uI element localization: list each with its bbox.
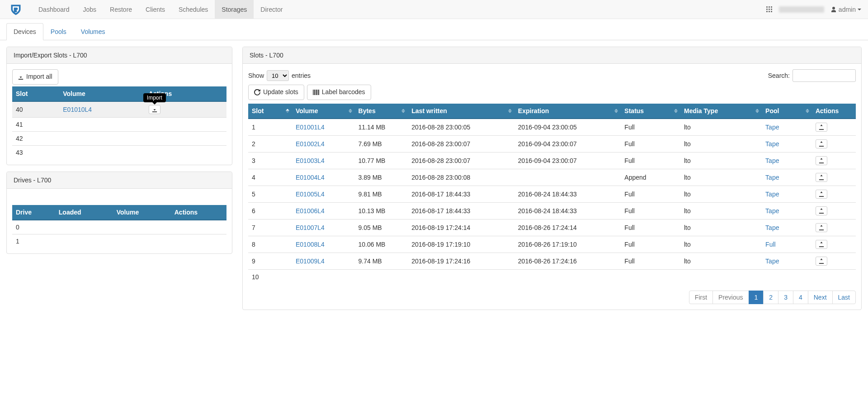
export-slot-button[interactable] [816, 257, 827, 266]
page-1[interactable]: 1 [749, 291, 764, 304]
search-input[interactable] [793, 69, 856, 82]
page-last[interactable]: Last [832, 291, 856, 304]
update-slots-button[interactable]: Update slots [248, 85, 304, 100]
cell-actions [145, 131, 226, 145]
pool-link[interactable]: Tape [765, 124, 779, 131]
export-slot-button[interactable] [816, 223, 827, 232]
table-row: 42 [12, 131, 226, 145]
col-last-written[interactable]: Last written [408, 104, 514, 119]
import-all-button[interactable]: Import all [12, 69, 58, 85]
volume-link[interactable]: E01010L4 [63, 106, 92, 113]
caret-down-icon [858, 8, 861, 11]
cell-status: Full [621, 186, 680, 202]
cell-media-type: lto [680, 152, 762, 169]
volume-link[interactable]: E01002L4 [296, 140, 325, 148]
tab-pools[interactable]: Pools [43, 23, 74, 40]
nav-item-clients[interactable]: Clients [139, 0, 172, 19]
tab-devices[interactable]: Devices [6, 23, 43, 40]
volume-link[interactable]: E01003L4 [296, 157, 325, 164]
cell-expiration: 2016-08-26 17:24:14 [514, 219, 621, 236]
page-2[interactable]: 2 [763, 291, 778, 304]
cell-bytes: 9.74 MB [355, 253, 408, 269]
tab-volumes[interactable]: Volumes [74, 23, 113, 40]
pool-link[interactable]: Tape [765, 174, 779, 181]
import-icon [152, 107, 157, 112]
cell-bytes: 10.06 MB [355, 236, 408, 253]
pool-link[interactable]: Tape [765, 157, 779, 164]
svg-rect-1 [769, 6, 770, 8]
cell-volume: E01007L4 [292, 219, 355, 236]
col-volume[interactable]: Volume [113, 205, 171, 220]
cell-bytes: 9.81 MB [355, 186, 408, 202]
page-length-select[interactable]: 10 [267, 70, 289, 81]
cell-volume [113, 234, 171, 248]
col-bytes[interactable]: Bytes [355, 104, 408, 119]
cell-status: Full [621, 119, 680, 136]
cell-slot: 3 [248, 152, 292, 169]
volume-link[interactable]: E01008L4 [296, 241, 325, 248]
export-slot-button[interactable] [816, 173, 827, 182]
nav-item-schedules[interactable]: Schedules [172, 0, 215, 19]
col-media-type[interactable]: Media Type [680, 104, 762, 119]
page-4[interactable]: 4 [793, 291, 808, 304]
col-pool[interactable]: Pool [762, 104, 812, 119]
cell-last-written: 2016-08-28 23:00:07 [408, 135, 514, 152]
cell-status: Full [621, 236, 680, 253]
cell-loaded [55, 234, 113, 248]
export-slot-button[interactable] [816, 190, 827, 199]
table-row: 9E01009L49.74 MB2016-08-19 17:24:162016-… [248, 253, 856, 269]
pool-link[interactable]: Tape [765, 207, 779, 215]
cell-volume: E01010L4 [59, 101, 145, 118]
volume-link[interactable]: E01006L4 [296, 207, 325, 215]
pool-link[interactable]: Tape [765, 140, 779, 148]
export-slot-button[interactable] [816, 240, 827, 249]
col-actions[interactable]: Actions [171, 205, 226, 220]
volume-link[interactable]: E01005L4 [296, 191, 325, 198]
entries-label: entries [292, 72, 311, 79]
pool-link[interactable]: Tape [765, 191, 779, 198]
cell-volume [113, 220, 171, 234]
svg-rect-0 [766, 6, 768, 8]
col-volume[interactable]: Volume [59, 86, 145, 101]
col-loaded[interactable]: Loaded [55, 205, 113, 220]
pool-link[interactable]: Tape [765, 258, 779, 265]
brand-logo[interactable] [0, 0, 32, 19]
nav-item-dashboard[interactable]: Dashboard [32, 0, 76, 19]
nav-item-director[interactable]: Director [254, 0, 289, 19]
nav-item-storages[interactable]: Storages [215, 0, 254, 19]
cell-actions [171, 220, 226, 234]
cell-slot: 4 [248, 169, 292, 186]
user-menu[interactable]: admin [830, 6, 861, 13]
barcode-icon [313, 89, 319, 95]
col-slot[interactable]: Slot [12, 86, 59, 101]
nav-item-jobs[interactable]: Jobs [76, 0, 104, 19]
volume-link[interactable]: E01007L4 [296, 224, 325, 231]
page-next[interactable]: Next [808, 291, 833, 304]
volume-link[interactable]: E01009L4 [296, 258, 325, 265]
volume-link[interactable]: E01004L4 [296, 174, 325, 181]
export-slot-button[interactable] [816, 139, 827, 148]
col-drive[interactable]: Drive [12, 205, 55, 220]
cell-status: Full [621, 219, 680, 236]
col-volume[interactable]: Volume [292, 104, 355, 119]
apps-grid-icon[interactable] [766, 6, 773, 13]
export-slot-button[interactable] [816, 206, 827, 215]
volume-link[interactable]: E01001L4 [296, 124, 325, 131]
cell-expiration: 2016-08-26 17:24:16 [514, 253, 621, 269]
nav-item-restore[interactable]: Restore [103, 0, 139, 19]
cell-volume [292, 269, 355, 284]
export-slot-button[interactable] [816, 123, 827, 132]
cell-actions [812, 269, 856, 284]
col-status[interactable]: Status [621, 104, 680, 119]
pool-link[interactable]: Full [765, 241, 776, 248]
cell-volume: E01001L4 [292, 119, 355, 136]
cell-media-type: lto [680, 186, 762, 202]
page-3[interactable]: 3 [778, 291, 793, 304]
cell-media-type: lto [680, 202, 762, 219]
hostname-label [779, 6, 824, 13]
col-slot[interactable]: Slot [248, 104, 292, 119]
export-slot-button[interactable] [816, 156, 827, 165]
label-barcodes-button[interactable]: Label barcodes [307, 85, 371, 100]
col-expiration[interactable]: Expiration [514, 104, 621, 119]
pool-link[interactable]: Tape [765, 224, 779, 231]
